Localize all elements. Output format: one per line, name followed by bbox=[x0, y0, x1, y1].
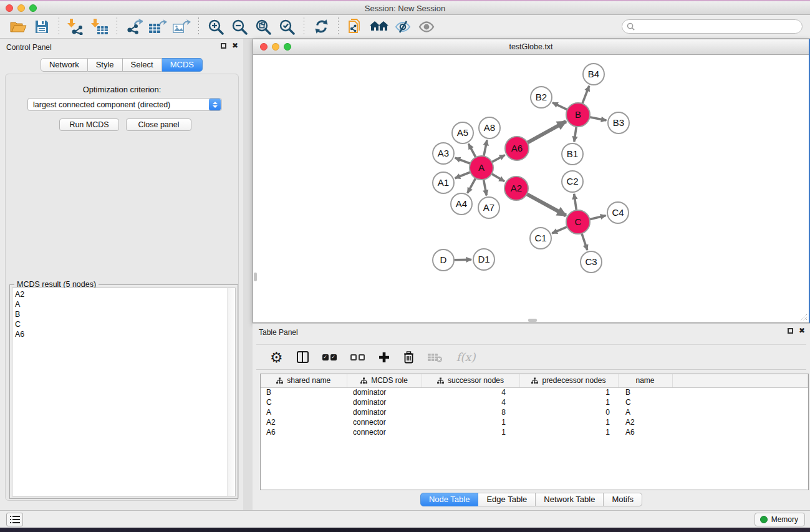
close-table-panel-icon[interactable]: ✖ bbox=[799, 327, 805, 334]
table-row[interactable]: A2connector11A2 bbox=[261, 417, 808, 427]
mcds-result-item[interactable]: A6 bbox=[15, 329, 235, 339]
zoom-selected-icon[interactable] bbox=[275, 17, 299, 37]
graph-edge[interactable] bbox=[528, 122, 566, 143]
graph-edge[interactable] bbox=[468, 178, 476, 193]
table-row[interactable]: Cdominator41C bbox=[261, 397, 808, 407]
graph-edge[interactable] bbox=[574, 194, 577, 210]
export-table-icon[interactable] bbox=[146, 17, 170, 37]
float-panel-icon[interactable] bbox=[221, 43, 226, 49]
zoom-fit-icon[interactable] bbox=[251, 17, 275, 37]
graph-edge[interactable] bbox=[491, 174, 504, 181]
column-header[interactable]: successor nodes bbox=[422, 374, 519, 387]
show-columns-icon[interactable] bbox=[297, 351, 309, 363]
table-cell[interactable]: connector bbox=[347, 427, 422, 437]
graph-edge[interactable] bbox=[484, 140, 487, 157]
table-cell[interactable]: 1 bbox=[519, 417, 618, 427]
table-cell[interactable]: A6 bbox=[261, 427, 347, 437]
tab-mcds[interactable]: MCDS bbox=[162, 58, 203, 72]
zoom-in-icon[interactable] bbox=[204, 17, 228, 37]
column-header[interactable]: shared name bbox=[261, 374, 347, 387]
table-row[interactable]: A6connector11A6 bbox=[261, 427, 808, 437]
graph-edge[interactable] bbox=[574, 127, 577, 142]
table-cell[interactable]: 1 bbox=[422, 427, 519, 437]
column-header[interactable]: name bbox=[618, 374, 672, 387]
mcds-result-item[interactable]: A bbox=[15, 299, 235, 309]
table-cell[interactable]: dominator bbox=[347, 407, 422, 417]
deselect-all-icon[interactable] bbox=[350, 354, 365, 360]
table-cell[interactable]: A2 bbox=[618, 417, 672, 427]
export-network-icon[interactable] bbox=[122, 17, 146, 37]
mcds-result-item[interactable]: A2 bbox=[15, 289, 235, 299]
table-cell[interactable]: 1 bbox=[519, 397, 618, 407]
table-cell[interactable]: dominator bbox=[347, 387, 422, 397]
tab-node-table[interactable]: Node Table bbox=[420, 493, 479, 506]
table-cell[interactable]: 4 bbox=[422, 387, 519, 397]
criterion-dropdown[interactable]: largest connected component (directed) bbox=[27, 98, 222, 111]
tab-edge-table[interactable]: Edge Table bbox=[478, 493, 536, 506]
tab-network-table[interactable]: Network Table bbox=[536, 493, 604, 506]
graph-edge[interactable] bbox=[552, 227, 567, 233]
mcds-result-item[interactable]: C bbox=[15, 319, 235, 329]
tab-motifs[interactable]: Motifs bbox=[604, 493, 642, 506]
table-cell[interactable]: connector bbox=[347, 417, 422, 427]
table-cell[interactable]: 4 bbox=[422, 397, 519, 407]
graph-edge[interactable] bbox=[527, 194, 566, 215]
tab-network[interactable]: Network bbox=[41, 58, 88, 72]
search-input[interactable] bbox=[638, 22, 802, 31]
graph-edge[interactable] bbox=[582, 233, 587, 250]
graph-edge[interactable] bbox=[590, 216, 606, 220]
table-cell[interactable]: 0 bbox=[519, 407, 618, 417]
mcds-result-list[interactable]: A2ABCA6 bbox=[12, 288, 236, 496]
network-canvas[interactable]: B4B2BB3A8A5A6B1A3AA1C2A2A4A7C4CC1C3DD1 bbox=[253, 55, 809, 322]
graph-edge[interactable] bbox=[484, 180, 487, 196]
canvas-bottom-handle[interactable] bbox=[528, 319, 537, 322]
table-row[interactable]: Bdominator41B bbox=[261, 387, 808, 397]
table-cell[interactable]: 1 bbox=[519, 387, 618, 397]
table-cell[interactable]: A6 bbox=[618, 427, 672, 437]
table-cell[interactable]: dominator bbox=[347, 397, 422, 407]
graph-edge[interactable] bbox=[582, 86, 589, 104]
tab-style[interactable]: Style bbox=[88, 58, 123, 72]
node-table[interactable]: shared nameMCDS rolesuccessor nodesprede… bbox=[260, 374, 809, 490]
eye-slash-icon[interactable] bbox=[391, 17, 415, 37]
delete-column-icon[interactable] bbox=[403, 351, 414, 364]
table-cell[interactable]: 1 bbox=[422, 417, 519, 427]
home-icon[interactable] bbox=[367, 17, 391, 37]
zoom-out-icon[interactable] bbox=[228, 17, 251, 37]
table-cell[interactable]: C bbox=[618, 397, 672, 407]
search-field[interactable] bbox=[622, 19, 803, 34]
column-header[interactable]: MCDS role bbox=[347, 374, 422, 387]
run-mcds-button[interactable]: Run MCDS bbox=[59, 118, 119, 131]
resize-grip-icon[interactable] bbox=[799, 313, 808, 321]
canvas-side-handle[interactable] bbox=[254, 273, 257, 281]
import-network-icon[interactable] bbox=[64, 17, 88, 37]
memory-button[interactable]: Memory bbox=[755, 513, 805, 526]
table-cell[interactable]: 8 bbox=[422, 407, 519, 417]
graph-edge[interactable] bbox=[552, 103, 567, 110]
network-graph[interactable]: B4B2BB3A8A5A6B1A3AA1C2A2A4A7C4CC1C3DD1 bbox=[253, 55, 808, 322]
select-all-icon[interactable]: ✓✓ bbox=[322, 354, 337, 360]
table-cell[interactable]: 1 bbox=[519, 427, 618, 437]
function-builder-icon[interactable]: f(x) bbox=[456, 351, 476, 364]
table-cell[interactable]: A2 bbox=[261, 417, 347, 427]
import-table-icon[interactable] bbox=[88, 17, 112, 37]
graph-edge[interactable] bbox=[492, 155, 505, 162]
table-cell[interactable]: B bbox=[618, 387, 672, 397]
show-panels-list-button[interactable] bbox=[6, 513, 23, 526]
refresh-icon[interactable] bbox=[309, 17, 333, 37]
graph-edge[interactable] bbox=[590, 117, 607, 120]
table-cell[interactable]: B bbox=[261, 387, 347, 397]
graph-edge[interactable] bbox=[468, 144, 476, 158]
close-panel-icon[interactable]: ✖ bbox=[232, 42, 238, 49]
graph-edge[interactable] bbox=[455, 158, 471, 163]
table-cell[interactable]: A bbox=[261, 407, 347, 417]
table-row[interactable]: Adominator80A bbox=[261, 407, 808, 417]
table-cell[interactable]: C bbox=[261, 397, 347, 407]
float-table-panel-icon[interactable] bbox=[788, 328, 793, 334]
open-session-icon[interactable] bbox=[6, 17, 30, 37]
vertical-splitter[interactable] bbox=[243, 39, 253, 510]
save-session-icon[interactable] bbox=[30, 17, 54, 37]
settings-gear-icon[interactable]: ⚙ bbox=[270, 351, 283, 364]
new-session-from-network-icon[interactable] bbox=[344, 17, 367, 37]
eye-icon[interactable] bbox=[415, 17, 438, 37]
